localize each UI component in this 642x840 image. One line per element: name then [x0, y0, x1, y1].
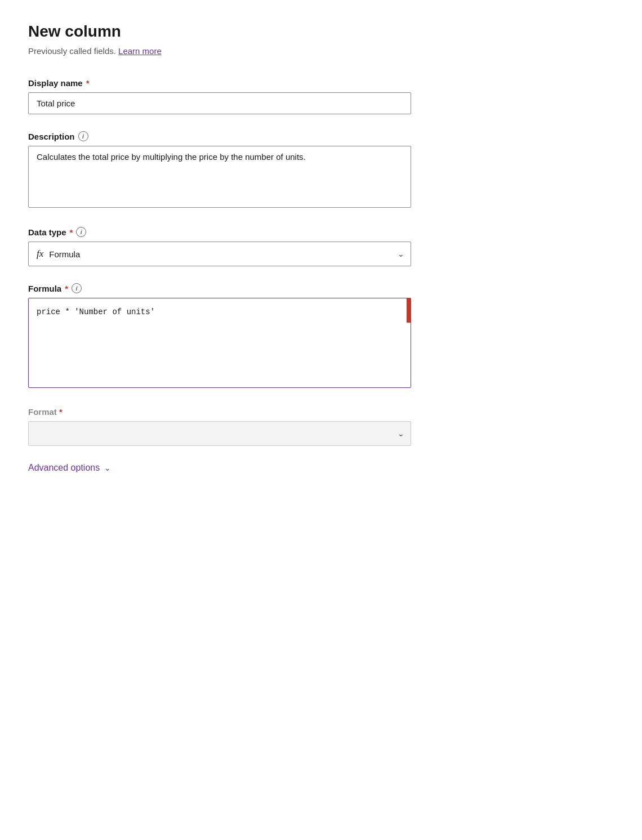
advanced-options-section: Advanced options ⌄: [28, 463, 614, 473]
display-name-label: Display name *: [28, 78, 411, 88]
formula-info-icon[interactable]: i: [72, 283, 82, 293]
data-type-select[interactable]: fx Formula: [28, 242, 411, 266]
format-select[interactable]: [28, 421, 411, 446]
formula-error-bar: [407, 298, 411, 323]
data-type-value: Formula: [49, 249, 80, 259]
data-type-required: *: [70, 227, 73, 237]
display-name-section: Display name *: [28, 78, 411, 114]
fx-icon: fx: [37, 248, 43, 260]
description-section: Description i Calculates the total price…: [28, 131, 411, 210]
page-title: New column: [28, 23, 614, 41]
data-type-section: Data type * i fx Formula ⌄: [28, 227, 411, 266]
learn-more-link[interactable]: Learn more: [118, 46, 162, 56]
format-label: Format *: [28, 407, 411, 417]
data-type-label: Data type * i: [28, 227, 411, 237]
format-required: *: [59, 407, 63, 417]
data-type-info-icon[interactable]: i: [76, 227, 86, 237]
description-label: Description i: [28, 131, 411, 141]
description-input[interactable]: Calculates the total price by multiplyin…: [28, 146, 411, 208]
formula-required: *: [65, 284, 68, 293]
advanced-options-chevron-icon[interactable]: ⌄: [104, 463, 111, 472]
advanced-options-label[interactable]: Advanced options: [28, 463, 100, 473]
subtitle: Previously called fields. Learn more: [28, 46, 614, 56]
display-name-required: *: [86, 78, 90, 88]
formula-input[interactable]: price * 'Number of units': [28, 298, 411, 388]
data-type-select-wrapper: fx Formula ⌄: [28, 242, 411, 266]
description-info-icon[interactable]: i: [78, 131, 88, 141]
format-section: Format * ⌄: [28, 407, 411, 446]
formula-input-wrapper: price * 'Number of units': [28, 298, 411, 390]
formula-label: Formula * i: [28, 283, 411, 293]
formula-section: Formula * i price * 'Number of units': [28, 283, 411, 390]
display-name-input[interactable]: [28, 92, 411, 114]
format-select-wrapper: ⌄: [28, 421, 411, 446]
